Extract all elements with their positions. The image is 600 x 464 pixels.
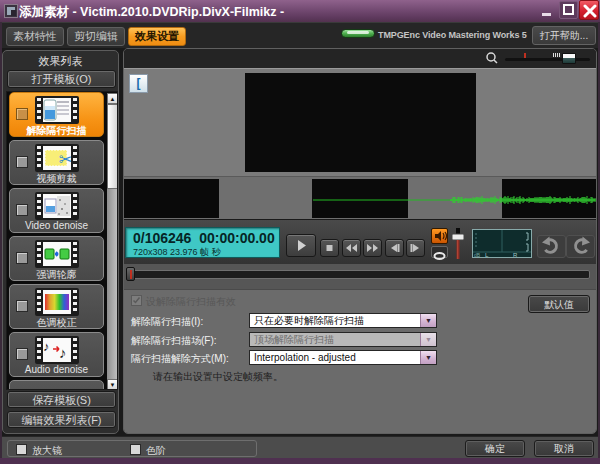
svg-text:♪: ♪ [43, 339, 50, 354]
svg-text:dB: dB [474, 252, 481, 258]
svg-text:♪: ♪ [59, 344, 67, 361]
svg-text:✂: ✂ [59, 151, 71, 168]
svg-text:R: R [513, 252, 518, 258]
